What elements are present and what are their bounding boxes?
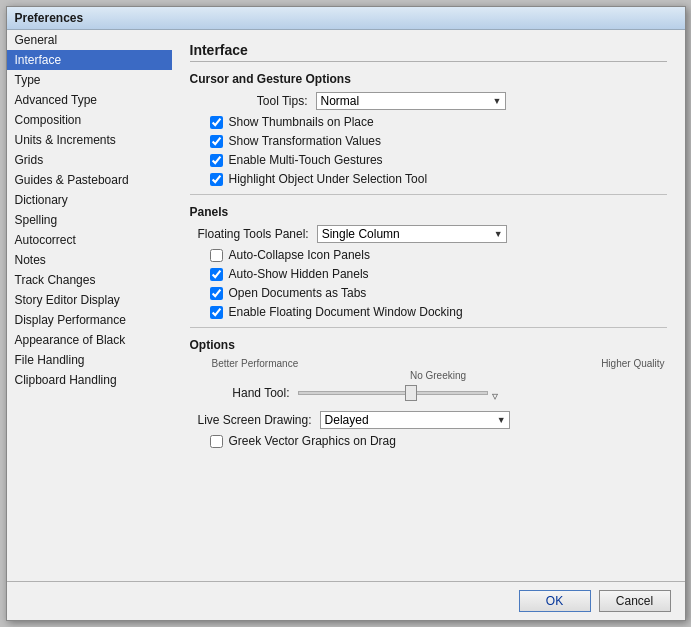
slider-track	[298, 391, 488, 395]
sidebar-item-dictionary[interactable]: Dictionary	[7, 190, 172, 210]
panel-checkbox[interactable]	[210, 268, 223, 281]
section-title: Interface	[190, 42, 667, 62]
panel-checkbox-label: Open Documents as Tabs	[229, 286, 367, 300]
options-checkbox-row: Greek Vector Graphics on Drag	[190, 434, 667, 448]
sidebar-item-spelling[interactable]: Spelling	[7, 210, 172, 230]
cursor-checkbox-label: Highlight Object Under Selection Tool	[229, 172, 428, 186]
hand-tool-label: Hand Tool:	[210, 386, 290, 400]
cursor-checkboxes: Show Thumbnails on PlaceShow Transformat…	[190, 115, 667, 186]
panel-checkbox-label: Enable Floating Document Window Docking	[229, 305, 463, 319]
slider-thumb[interactable]	[405, 385, 417, 401]
title-bar: Preferences	[7, 7, 685, 30]
floating-tools-label: Floating Tools Panel:	[198, 227, 309, 241]
panels-title: Panels	[190, 205, 667, 219]
cursor-checkbox[interactable]	[210, 173, 223, 186]
panel-checkbox-row: Enable Floating Document Window Docking	[190, 305, 667, 319]
sidebar-item-story-editor-display[interactable]: Story Editor Display	[7, 290, 172, 310]
sidebar-item-notes[interactable]: Notes	[7, 250, 172, 270]
hand-tool-slider-area: ▿	[298, 383, 498, 403]
floating-tools-select[interactable]: Single ColumnDouble ColumnSingle Row	[317, 225, 507, 243]
floating-tools-row: Floating Tools Panel: Single ColumnDoubl…	[190, 225, 667, 243]
floating-tools-select-wrapper: Single ColumnDouble ColumnSingle Row	[317, 225, 507, 243]
slider-label-right: Higher Quality	[601, 358, 664, 369]
sidebar-item-file-handling[interactable]: File Handling	[7, 350, 172, 370]
options-checkboxes: Greek Vector Graphics on Drag	[190, 434, 667, 448]
cursor-checkbox-label: Enable Multi-Touch Gestures	[229, 153, 383, 167]
panel-checkbox-label: Auto-Collapse Icon Panels	[229, 248, 370, 262]
cancel-button[interactable]: Cancel	[599, 590, 671, 612]
cursor-checkbox[interactable]	[210, 154, 223, 167]
panel-checkbox-row: Auto-Collapse Icon Panels	[190, 248, 667, 262]
live-screen-select-wrapper: ImmediateDelayedNever	[320, 411, 510, 429]
sidebar-item-advanced-type[interactable]: Advanced Type	[7, 90, 172, 110]
dialog-body: GeneralInterfaceTypeAdvanced TypeComposi…	[7, 30, 685, 581]
slider-section: Better Performance Higher Quality No Gre…	[190, 358, 667, 403]
preferences-dialog: Preferences GeneralInterfaceTypeAdvanced…	[6, 6, 686, 621]
ok-button[interactable]: OK	[519, 590, 591, 612]
panel-checkbox-label: Auto-Show Hidden Panels	[229, 267, 369, 281]
panel-checkbox-row: Open Documents as Tabs	[190, 286, 667, 300]
panel-checkbox[interactable]	[210, 249, 223, 262]
slider-sublabel: No Greeking	[210, 370, 667, 381]
sidebar-item-composition[interactable]: Composition	[7, 110, 172, 130]
cursor-checkbox-row: Show Transformation Values	[190, 134, 667, 148]
cursor-checkbox-row: Enable Multi-Touch Gestures	[190, 153, 667, 167]
slider-labels: Better Performance Higher Quality	[210, 358, 667, 369]
cursor-gesture-title: Cursor and Gesture Options	[190, 72, 667, 86]
dialog-title: Preferences	[15, 11, 84, 25]
live-screen-label: Live Screen Drawing:	[198, 413, 312, 427]
sidebar-item-track-changes[interactable]: Track Changes	[7, 270, 172, 290]
sidebar-item-interface[interactable]: Interface	[7, 50, 172, 70]
slider-end-marker: ▿	[492, 389, 498, 403]
sidebar-item-display-performance[interactable]: Display Performance	[7, 310, 172, 330]
panel-checkbox-row: Auto-Show Hidden Panels	[190, 267, 667, 281]
tool-tips-select-wrapper: NoneNormalVerbose	[316, 92, 506, 110]
dialog-footer: OK Cancel	[7, 581, 685, 620]
live-screen-select[interactable]: ImmediateDelayedNever	[320, 411, 510, 429]
options-title: Options	[190, 338, 667, 352]
sidebar-item-units-&-increments[interactable]: Units & Increments	[7, 130, 172, 150]
sidebar-item-general[interactable]: General	[7, 30, 172, 50]
cursor-checkbox[interactable]	[210, 135, 223, 148]
sidebar-item-type[interactable]: Type	[7, 70, 172, 90]
sidebar-item-clipboard-handling[interactable]: Clipboard Handling	[7, 370, 172, 390]
divider-1	[190, 194, 667, 195]
panel-checkbox[interactable]	[210, 287, 223, 300]
cursor-checkbox-label: Show Thumbnails on Place	[229, 115, 374, 129]
cursor-checkbox[interactable]	[210, 116, 223, 129]
tool-tips-label: Tool Tips:	[198, 94, 308, 108]
slider-label-left: Better Performance	[212, 358, 299, 369]
panels-checkboxes: Auto-Collapse Icon PanelsAuto-Show Hidde…	[190, 248, 667, 319]
sidebar-item-appearance-of-black[interactable]: Appearance of Black	[7, 330, 172, 350]
cursor-checkbox-row: Show Thumbnails on Place	[190, 115, 667, 129]
sidebar-item-autocorrect[interactable]: Autocorrect	[7, 230, 172, 250]
panel-checkbox[interactable]	[210, 306, 223, 319]
sidebar-item-guides-&-pasteboard[interactable]: Guides & Pasteboard	[7, 170, 172, 190]
hand-tool-row: No Greeking Hand Tool: ▿	[210, 370, 667, 403]
live-screen-row: Live Screen Drawing: ImmediateDelayedNev…	[190, 411, 667, 429]
main-content: Interface Cursor and Gesture Options Too…	[172, 30, 685, 581]
tool-tips-row: Tool Tips: NoneNormalVerbose	[190, 92, 667, 110]
sidebar-list: GeneralInterfaceTypeAdvanced TypeComposi…	[7, 30, 172, 581]
divider-2	[190, 327, 667, 328]
cursor-checkbox-row: Highlight Object Under Selection Tool	[190, 172, 667, 186]
tool-tips-select[interactable]: NoneNormalVerbose	[316, 92, 506, 110]
sidebar: GeneralInterfaceTypeAdvanced TypeComposi…	[7, 30, 172, 581]
options-checkbox-label: Greek Vector Graphics on Drag	[229, 434, 396, 448]
sidebar-item-grids[interactable]: Grids	[7, 150, 172, 170]
cursor-checkbox-label: Show Transformation Values	[229, 134, 382, 148]
options-checkbox[interactable]	[210, 435, 223, 448]
